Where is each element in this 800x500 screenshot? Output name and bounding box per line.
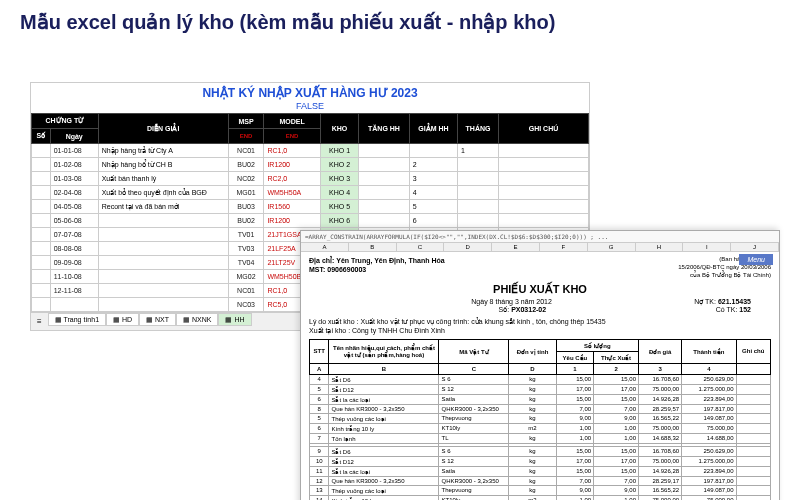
h-yc: Yêu Cầu <box>556 351 594 363</box>
subhdr: B <box>329 363 439 374</box>
formula-bar[interactable]: =ARRAY_CONSTRAIN(ARRAYFORMULA(IF($I20<>"… <box>301 231 779 243</box>
col-header[interactable]: B <box>349 243 397 251</box>
table-row[interactable]: 8Que hàn KR3000 - 3,2x350QHKR3000 - 3,2x… <box>310 404 771 413</box>
menu-button[interactable]: Menu <box>739 254 773 265</box>
table-row[interactable]: 04-05-08Recont tại và đã bán mớiBU03IR15… <box>32 200 589 214</box>
table-row[interactable]: 4Sắt D6S 6kg15,0015,0016.708,60250.629,0… <box>310 374 771 384</box>
subhdr: 2 <box>594 363 639 374</box>
mst: MST: 0906690003 <box>309 265 445 274</box>
xuattai: Xuất tại kho : Công ty TNHH Chu Đình Xin… <box>309 326 771 335</box>
hdr-tang: TĂNG HH <box>359 114 410 144</box>
sheet-phieuxuat: =ARRAY_CONSTRAIN(ARRAYFORMULA(IF($I20<>"… <box>300 230 780 500</box>
h-tt: Thành tiền <box>682 339 736 363</box>
col-header[interactable]: C <box>397 243 445 251</box>
table-row[interactable]: 05-06-08BU02IR1200KHO 66 <box>32 214 589 228</box>
notk: 621.15435 <box>718 298 751 305</box>
table-row[interactable]: 01-01-08Nhập hàng trả từ Cty ANC01RC1,0K… <box>32 144 589 158</box>
page-title: Mẫu excel quản lý kho (kèm mẫu phiếu xuấ… <box>0 0 800 40</box>
subhdr: C <box>439 363 509 374</box>
hdr-ghichu: GHI CHÚ <box>499 114 589 144</box>
subhdr: 3 <box>639 363 682 374</box>
h-ma: Mã Vật Tư <box>439 339 509 363</box>
s1-title: NHẬT KÝ NHẬP XUẤT HÀNG HƯ 2023 <box>31 83 589 101</box>
phieu-date: Ngày 8 tháng 3 năm 2012 <box>471 298 552 306</box>
table-row[interactable]: 6Kính trắng 10 lyKT10lym21,001,0075.000,… <box>310 423 771 433</box>
subhdr: 1 <box>556 363 594 374</box>
hdr-model-sub: END <box>264 129 320 144</box>
col-header[interactable]: G <box>588 243 636 251</box>
h-ten: Tên nhãn hiệu,qui cách, phẩm chất vật tư… <box>329 339 439 363</box>
col-header[interactable]: J <box>731 243 779 251</box>
s1-subtitle: FALSE <box>31 101 589 113</box>
col-header[interactable]: F <box>540 243 588 251</box>
table-row[interactable]: 7Tôn lạnhTLkg1,001,0014.688,3214.688,00 <box>310 433 771 443</box>
address: Địa chỉ: Yên Trung, Yên Định, Thanh Hóa <box>309 256 445 265</box>
column-headers: ABCDEFGHIJ <box>301 243 779 252</box>
table-row[interactable]: 5Sắt D12S 12kg17,0017,0075.000,001.275.0… <box>310 384 771 394</box>
hdr-giam: GIẢM HH <box>409 114 457 144</box>
table-row[interactable]: 6Sắt la các loạiSatlakg15,0015,0014.926,… <box>310 394 771 404</box>
subhdr: 4 <box>682 363 736 374</box>
h-ghi: Ghi chú <box>736 339 770 363</box>
h-dg: Đơn giá <box>639 339 682 363</box>
so: PX0312-02 <box>511 306 546 313</box>
h-dv: Đơn vị tính <box>509 339 556 363</box>
sheet-tab[interactable]: ▦ Trang tính1 <box>48 313 106 326</box>
hdr-model: MODEL <box>264 114 320 129</box>
col-header[interactable]: E <box>492 243 540 251</box>
table-row[interactable]: 02-04-08Xuất bỏ theo quyết định của BGĐM… <box>32 186 589 200</box>
sheet-tab[interactable]: ▦ NXNK <box>176 313 218 326</box>
hdr-kho: KHO <box>320 114 358 144</box>
hdr-diengiai: DIỄN GIẢI <box>98 114 228 144</box>
h-stt: STT <box>310 339 329 363</box>
col-header[interactable]: H <box>636 243 684 251</box>
phieu-title: PHIẾU XUẤT KHO <box>309 283 771 296</box>
h-tx: Thực Xuất <box>594 351 639 363</box>
col-header[interactable]: A <box>301 243 349 251</box>
subhdr: D <box>509 363 556 374</box>
table-row[interactable]: 10Sắt D12S 12kg17,0017,0075.000,001.275.… <box>310 456 771 466</box>
table-row[interactable]: 5Thép vuông các loạiThepvuongkg9,009,001… <box>310 413 771 423</box>
table-row[interactable]: 13Thép vuông các loạiThepvuongkg9,009,00… <box>310 485 771 495</box>
subhdr: A <box>310 363 329 374</box>
hdr-so: Số <box>32 129 51 144</box>
hdr-msp-sub: END <box>228 129 264 144</box>
hdr-ngay: Ngày <box>50 129 98 144</box>
hdr-chungtu: CHỨNG TỪ <box>32 114 99 129</box>
so-label: Số: <box>499 306 510 313</box>
table-row[interactable]: 9Sắt D6S 6kg15,0015,0016.708,60250.629,0… <box>310 446 771 456</box>
hdr-msp: MSP <box>228 114 264 129</box>
notk-label: Nợ TK: <box>694 298 716 305</box>
cotk-label: Có TK: <box>716 306 738 313</box>
table-row[interactable]: 11Sắt la các loạiSatlakg15,0015,0014.926… <box>310 466 771 476</box>
col-header[interactable]: I <box>683 243 731 251</box>
hdr-thang: THÁNG <box>458 114 499 144</box>
col-header[interactable]: D <box>444 243 492 251</box>
cotk: 152 <box>739 306 751 313</box>
table-row[interactable]: 01-03-08Xuất bán thanh lýNC02RC2,0KHO 33 <box>32 172 589 186</box>
lydo: Lý do xuất kho : Xuất kho vật tư phục vụ… <box>309 317 771 326</box>
sheet-tab[interactable]: ▦ HH <box>218 313 251 326</box>
table-row[interactable]: 12Que hàn KR3000 - 3,2x350QHKR3000 - 3,2… <box>310 476 771 485</box>
table-row[interactable]: 01-02-08Nhập hàng bổ từ CH BBU02IR1200KH… <box>32 158 589 172</box>
table-row[interactable]: 14Kính trắng 10 lyKT10lym21,001,0075.000… <box>310 495 771 500</box>
h-sl: Số lượng <box>556 339 638 351</box>
sheet-tab[interactable]: ▦ HD <box>106 313 139 326</box>
s2-table: STT Tên nhãn hiệu,qui cách, phẩm chất vậ… <box>309 339 771 500</box>
sheet-tab[interactable]: ▦ NXT <box>139 313 176 326</box>
reg3: của Bộ Trưởng Bộ Tài Chính) <box>678 272 771 280</box>
